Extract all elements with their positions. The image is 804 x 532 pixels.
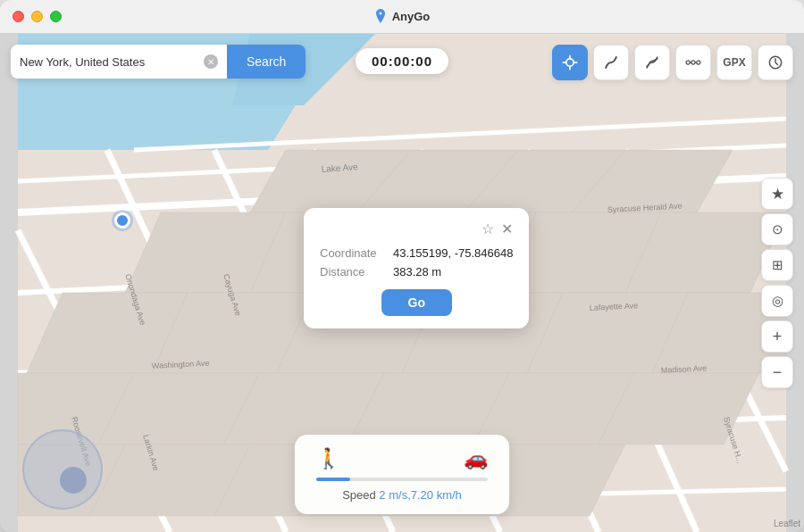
distance-label: Distance — [320, 265, 382, 278]
right-star-button[interactable]: ★ — [761, 178, 793, 210]
app-title-area: AnyGo — [374, 9, 431, 25]
popup-close-button[interactable]: ✕ — [501, 220, 513, 237]
right-panel: ★ ⊙ ⊞ ◎ + − — [761, 178, 793, 388]
location-popup: ☆ ✕ Coordinate 43.155199, -75.846648 Dis… — [304, 208, 529, 328]
pin-icon — [374, 9, 387, 25]
popup-star-button[interactable]: ☆ — [482, 220, 494, 237]
svg-point-60 — [697, 61, 700, 64]
right-target-button[interactable]: ◎ — [761, 285, 793, 317]
joystick[interactable] — [22, 429, 103, 510]
speed-slider-fill — [316, 478, 350, 481]
search-bar: ✕ Search — [11, 45, 306, 79]
walk-icon: 🚶 — [316, 447, 340, 470]
multi-route-button[interactable] — [634, 45, 670, 80]
coordinate-label: Coordinate — [320, 246, 382, 260]
leaflet-text: Leaflet — [774, 519, 800, 528]
coordinate-row: Coordinate 43.155199, -75.846648 — [320, 246, 513, 260]
single-route-icon — [602, 54, 620, 71]
multi-stop-button[interactable] — [675, 45, 711, 80]
map-layers-icon: ⊞ — [772, 257, 783, 273]
history-icon — [766, 54, 784, 71]
single-route-button[interactable] — [593, 45, 629, 80]
app-title: AnyGo — [392, 10, 431, 23]
timer-value: 00:00:00 — [372, 54, 432, 69]
timer-badge: 00:00:00 — [356, 48, 448, 74]
search-input[interactable] — [20, 55, 198, 69]
location-dot — [114, 212, 130, 229]
titlebar: AnyGo — [0, 0, 804, 34]
search-input-wrap: ✕ — [11, 45, 227, 79]
leaflet-badge: Leaflet — [774, 519, 800, 528]
compass-icon: ⊙ — [772, 221, 783, 237]
right-compass-button[interactable]: ⊙ — [761, 213, 793, 245]
search-button[interactable]: Search — [227, 45, 306, 79]
coordinate-value: 43.155199, -75.846648 — [393, 246, 513, 260]
car-icon: 🚗 — [464, 447, 488, 470]
star-icon: ★ — [771, 185, 784, 204]
close-button[interactable] — [13, 11, 24, 22]
speed-label: Speed — [342, 488, 376, 502]
svg-point-59 — [691, 61, 695, 64]
right-map-button[interactable]: ⊞ — [761, 249, 793, 281]
history-button[interactable] — [758, 45, 793, 80]
search-clear-button[interactable]: ✕ — [204, 54, 218, 69]
speed-text: Speed 2 m/s,7.20 km/h — [316, 488, 488, 502]
zoom-in-button[interactable]: + — [761, 320, 793, 353]
multi-stop-icon — [684, 54, 702, 71]
crosshair-button[interactable] — [552, 45, 588, 80]
crosshair-icon — [561, 54, 579, 71]
joystick-handle — [60, 467, 87, 494]
multi-route-icon — [643, 54, 661, 71]
map-container[interactable]: Lake Ave Onondaga Ave Cayuga Ave Oswego … — [0, 34, 804, 532]
speed-panel: 🚶 🚗 Speed 2 m/s,7.20 km/h — [295, 435, 509, 514]
popup-header: ☆ ✕ — [320, 220, 513, 237]
distance-value: 383.28 m — [393, 265, 441, 278]
svg-point-58 — [686, 61, 690, 64]
speed-slider-track[interactable] — [316, 478, 488, 481]
zoom-out-button[interactable]: − — [761, 356, 793, 388]
zoom-out-icon: − — [773, 363, 783, 382]
gpx-button[interactable]: GPX — [716, 45, 752, 80]
window-controls — [13, 11, 62, 22]
speed-value: 2 m/s,7.20 km/h — [379, 488, 461, 502]
distance-row: Distance 383.28 m — [320, 265, 513, 278]
minimize-button[interactable] — [31, 11, 43, 22]
svg-point-53 — [566, 59, 574, 66]
speed-icons-row: 🚶 🚗 — [316, 447, 488, 470]
maximize-button[interactable] — [50, 11, 62, 22]
gpx-label: GPX — [723, 56, 745, 69]
go-button[interactable]: Go — [381, 289, 452, 316]
target-icon: ◎ — [772, 293, 783, 309]
app-window: AnyGo — [0, 0, 804, 532]
map-toolbar: GPX — [552, 45, 793, 80]
zoom-in-icon: + — [773, 328, 783, 346]
